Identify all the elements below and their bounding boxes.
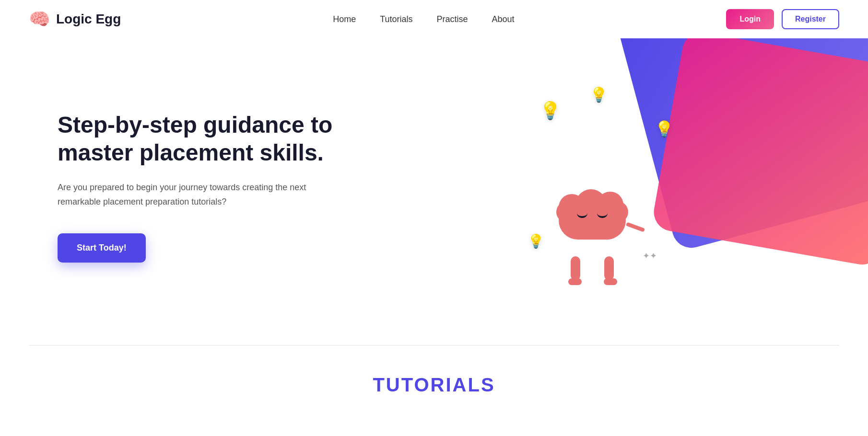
nav-links: Home Tutorials Practise About	[333, 14, 514, 24]
brain-character-area: 💡 💡 💡 💡	[345, 86, 839, 287]
brain-eye-right	[597, 213, 608, 218]
start-today-button[interactable]: Start Today!	[58, 233, 146, 263]
brain-leg-left	[571, 256, 580, 280]
hero-content: Step-by-step guidance to master placemen…	[58, 111, 345, 262]
hero-title: Step-by-step guidance to master placemen…	[58, 111, 345, 166]
brain-eye-left	[577, 213, 587, 218]
nav-link-practise[interactable]: Practise	[437, 14, 468, 24]
logo-text: Logic Egg	[56, 11, 121, 27]
nav-actions: Login Register	[726, 9, 839, 29]
hero-section: Step-by-step guidance to master placemen…	[0, 38, 868, 345]
nav-item-home[interactable]: Home	[333, 14, 356, 24]
sparkle-icon: ✦✦	[643, 251, 657, 261]
navbar: 🧠 Logic Egg Home Tutorials Practise Abou…	[0, 0, 868, 38]
login-button[interactable]: Login	[726, 9, 774, 29]
nav-link-about[interactable]: About	[492, 14, 515, 24]
logo-brain-icon: 🧠	[29, 9, 50, 29]
tutorials-section: TUTORIALS	[0, 345, 868, 415]
brain-body	[554, 187, 631, 259]
bulb-icon-4: 💡	[528, 233, 544, 249]
brain-scene: 💡 💡 💡 💡	[501, 86, 683, 287]
brain-foot-left	[568, 278, 582, 285]
nav-item-practise[interactable]: Practise	[437, 14, 468, 24]
nav-link-tutorials[interactable]: Tutorials	[380, 14, 412, 24]
nav-item-about[interactable]: About	[492, 14, 515, 24]
nav-link-home[interactable]: Home	[333, 14, 356, 24]
register-button[interactable]: Register	[782, 9, 839, 29]
brain-leg-right	[604, 256, 614, 280]
bulb-icon-2: 💡	[590, 86, 608, 103]
nav-item-tutorials[interactable]: Tutorials	[380, 14, 412, 24]
bulb-icon-1: 💡	[540, 101, 561, 121]
logo-area: 🧠 Logic Egg	[29, 9, 121, 29]
tutorials-title: TUTORIALS	[0, 374, 868, 396]
hero-subtitle: Are you prepared to begin your journey t…	[58, 180, 307, 209]
brain-face	[573, 211, 611, 225]
brain-foot-right	[604, 278, 617, 285]
bulb-icon-3: 💡	[655, 120, 674, 138]
